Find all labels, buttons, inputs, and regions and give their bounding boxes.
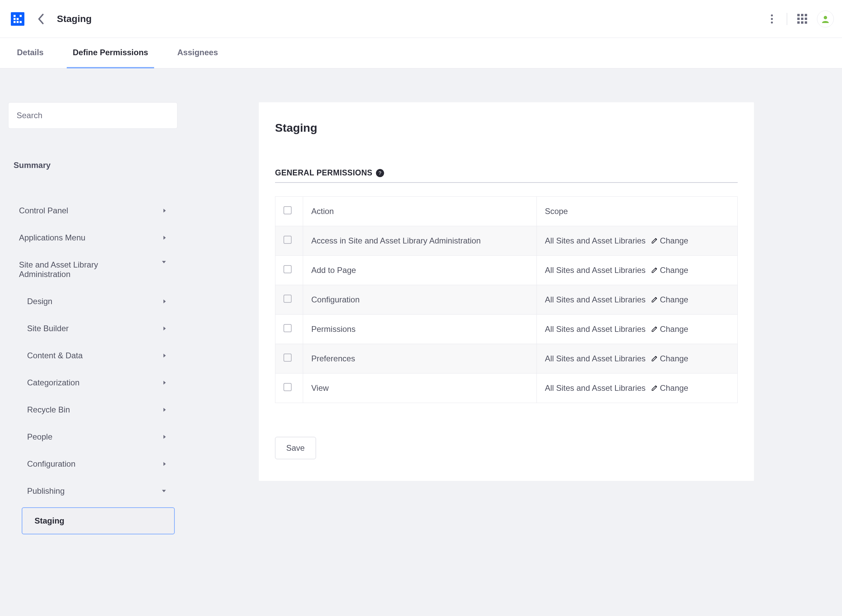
change-scope-link[interactable]: Change (651, 324, 688, 334)
change-scope-link[interactable]: Change (651, 265, 688, 275)
scope-cell: All Sites and Asset LibrariesChange (537, 226, 737, 256)
scope-cell: All Sites and Asset LibrariesChange (537, 374, 737, 403)
kebab-icon (770, 14, 773, 24)
section-heading-text: GENERAL PERMISSIONS (275, 168, 373, 177)
help-icon[interactable]: ? (376, 169, 384, 177)
caret-right-icon (163, 299, 167, 304)
action-cell: View (303, 374, 537, 403)
sidebar-nav: Control Panel Applications Menu Site and… (8, 197, 177, 534)
sidebar-item-label: Site Builder (27, 324, 69, 333)
row-checkbox[interactable] (283, 383, 292, 391)
save-button[interactable]: Save (275, 437, 316, 459)
caret-right-icon (163, 353, 167, 358)
back-button[interactable] (34, 12, 47, 26)
change-scope-link[interactable]: Change (651, 236, 688, 245)
sidebar-item-site-builder[interactable]: Site Builder (19, 315, 175, 342)
caret-right-icon (163, 434, 167, 440)
sidebar-item-label: Configuration (27, 459, 76, 469)
sidebar: Summary Control Panel Applications Menu … (8, 102, 177, 534)
section-heading: GENERAL PERMISSIONS ? (275, 168, 738, 183)
table-row: PreferencesAll Sites and Asset Libraries… (275, 344, 738, 374)
row-checkbox-cell (275, 226, 303, 256)
logo-grid-icon (13, 15, 22, 23)
row-checkbox[interactable] (283, 324, 292, 332)
sidebar-item-label: Categorization (27, 378, 79, 387)
tab-assignees[interactable]: Assignees (171, 38, 224, 68)
sidebar-item-site-administration[interactable]: Site and Asset Library Administration (11, 251, 175, 288)
svg-point-0 (771, 14, 773, 16)
action-cell: Configuration (303, 285, 537, 315)
sidebar-item-label: Staging (35, 516, 65, 525)
sidebar-item-label: People (27, 432, 53, 441)
caret-down-icon (161, 489, 167, 493)
more-actions-button[interactable] (765, 12, 779, 26)
caret-right-icon (163, 326, 167, 331)
sidebar-item-recycle-bin[interactable]: Recycle Bin (19, 396, 175, 423)
scope-text: All Sites and Asset Libraries (545, 383, 645, 393)
row-checkbox-cell (275, 344, 303, 374)
table-row: ViewAll Sites and Asset LibrariesChange (275, 374, 738, 403)
user-avatar-button[interactable] (817, 10, 834, 28)
sidebar-item-design[interactable]: Design (19, 288, 175, 315)
scope-cell: All Sites and Asset LibrariesChange (537, 285, 737, 315)
svg-point-2 (771, 21, 773, 23)
change-scope-link[interactable]: Change (651, 295, 688, 304)
sidebar-item-control-panel[interactable]: Control Panel (11, 197, 175, 224)
caret-down-icon (161, 260, 167, 264)
tab-details[interactable]: Details (11, 38, 50, 68)
sidebar-item-label: Applications Menu (19, 233, 85, 242)
sidebar-item-applications-menu[interactable]: Applications Menu (11, 224, 175, 251)
sidebar-item-categorization[interactable]: Categorization (19, 369, 175, 396)
sidebar-item-staging[interactable]: Staging (22, 507, 175, 534)
sidebar-item-label: Site and Asset Library Administration (19, 260, 120, 279)
sidebar-item-label: Design (27, 297, 53, 306)
scope-text: All Sites and Asset Libraries (545, 324, 645, 334)
table-row: PermissionsAll Sites and Asset Libraries… (275, 315, 738, 344)
user-icon (821, 15, 829, 23)
pencil-icon (651, 238, 658, 244)
topbar: Staging (0, 0, 842, 38)
scope-header: Scope (537, 197, 737, 226)
row-checkbox[interactable] (283, 295, 292, 303)
apps-grid-icon (797, 14, 807, 24)
topbar-left: Staging (11, 12, 92, 26)
app-logo[interactable] (11, 12, 24, 26)
sidebar-item-publishing[interactable]: Publishing (19, 478, 175, 505)
change-scope-link[interactable]: Change (651, 354, 688, 363)
row-checkbox[interactable] (283, 353, 292, 362)
action-cell: Permissions (303, 315, 537, 344)
select-all-header (275, 197, 303, 226)
main-panel: Staging GENERAL PERMISSIONS ? Action Sco… (259, 102, 754, 481)
tab-define-permissions[interactable]: Define Permissions (67, 38, 154, 68)
sidebar-item-label: Control Panel (19, 206, 68, 216)
scope-cell: All Sites and Asset LibrariesChange (537, 344, 737, 374)
topbar-right (765, 10, 834, 28)
search-input[interactable] (8, 102, 177, 129)
sidebar-item-people[interactable]: People (19, 423, 175, 450)
caret-right-icon (163, 208, 167, 213)
apps-menu-button[interactable] (795, 12, 809, 26)
tab-bar: Details Define Permissions Assignees (0, 38, 842, 68)
pencil-icon (651, 267, 658, 274)
chevron-left-icon (37, 13, 44, 25)
sidebar-subnav: Design Site Builder Content & Data Categ… (11, 288, 175, 534)
caret-right-icon (163, 380, 167, 386)
row-checkbox-cell (275, 285, 303, 315)
select-all-checkbox[interactable] (283, 206, 292, 214)
panel-title: Staging (275, 121, 738, 135)
row-checkbox[interactable] (283, 265, 292, 273)
action-cell: Access in Site and Asset Library Adminis… (303, 226, 537, 256)
sidebar-item-label: Publishing (27, 486, 65, 496)
svg-point-1 (771, 18, 773, 20)
sidebar-item-content-data[interactable]: Content & Data (19, 342, 175, 369)
row-checkbox[interactable] (283, 236, 292, 244)
pencil-icon (651, 355, 658, 362)
action-header: Action (303, 197, 537, 226)
scope-cell: All Sites and Asset LibrariesChange (537, 315, 737, 344)
sidebar-item-label: Content & Data (27, 351, 83, 360)
sidebar-item-configuration[interactable]: Configuration (19, 450, 175, 478)
table-row: ConfigurationAll Sites and Asset Librari… (275, 285, 738, 315)
scope-text: All Sites and Asset Libraries (545, 265, 645, 275)
change-scope-link[interactable]: Change (651, 383, 688, 393)
sidebar-summary-heading[interactable]: Summary (8, 160, 177, 170)
